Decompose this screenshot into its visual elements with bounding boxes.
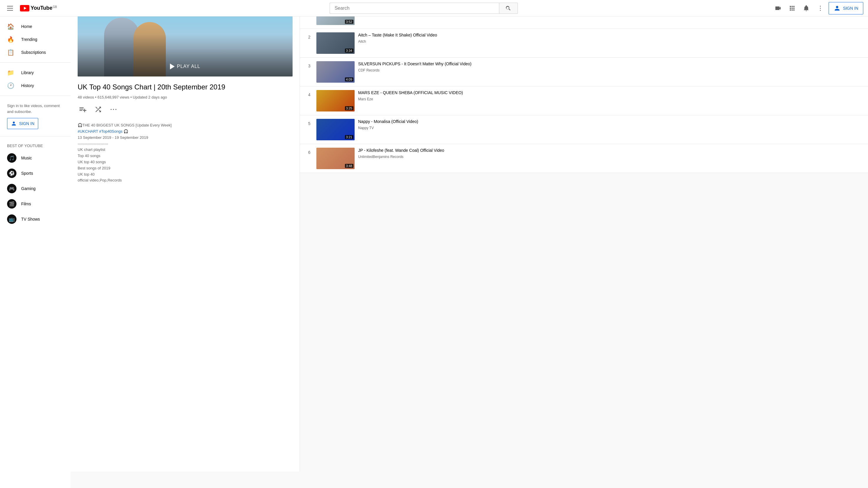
header-right: SIGN IN — [772, 2, 863, 14]
nav-divider-3 — [0, 136, 70, 136]
sidebar-item-library[interactable]: 📁 Library — [0, 66, 70, 79]
header-left: YouTubeGB — [5, 3, 75, 13]
video-title: SILVERSUN PICKUPS - It Doesn't Matter Wh… — [358, 61, 862, 67]
more-options-playlist-button[interactable] — [108, 104, 119, 117]
shuffle-button[interactable] — [93, 104, 103, 117]
svg-point-2 — [820, 6, 821, 6]
desc-item: UK chart playlist — [78, 147, 292, 153]
sidebar-item-sports[interactable]: ⚽ Sports — [0, 165, 70, 181]
sidebar-item-films[interactable]: 🎬 Films — [0, 196, 70, 212]
video-number: 6 — [306, 148, 313, 155]
playlist-description: 🎧THE 40 BIGGEST UK SONGS [Update Every W… — [78, 122, 292, 184]
svg-point-7 — [115, 109, 117, 110]
sidebar-item-history[interactable]: 🕐 History — [0, 79, 70, 92]
video-list-panel: 1 3:52 Ed Sheeran - Take Me Back To Lond… — [300, 0, 868, 471]
video-title: Nappy - Monalisa (Official Video) — [358, 119, 862, 125]
desc-hashtags: #UKCHART #Top40Songs 🎧 — [78, 128, 292, 135]
sidebar-item-gaming[interactable]: 🎮 Gaming — [0, 181, 70, 196]
apps-button[interactable] — [786, 2, 798, 14]
search-form — [330, 3, 518, 14]
search-icon — [505, 5, 512, 11]
video-info: MARS EZE - QUEEN SHEBA (OFFICIAL MUSIC V… — [358, 90, 862, 101]
header: YouTubeGB — [0, 0, 868, 17]
search-input[interactable] — [330, 3, 499, 14]
sidebar-item-subscriptions[interactable]: 📋 Subscriptions — [0, 46, 70, 59]
video-list: 1 3:52 Ed Sheeran - Take Me Back To Lond… — [300, 0, 868, 173]
category-label: Music — [21, 156, 32, 160]
playlist-title: UK Top 40 Songs Chart | 20th September 2… — [78, 82, 292, 91]
films-category-icon: 🎬 — [7, 199, 17, 209]
sign-in-button[interactable]: SIGN IN — [829, 2, 863, 14]
video-list-item[interactable]: 3 4:09 SILVERSUN PICKUPS - It Doesn't Ma… — [300, 58, 868, 87]
video-duration: 3:52 — [345, 20, 353, 24]
playlist-meta: 48 videos • 615,648,997 views • Updated … — [78, 95, 292, 99]
sidebar-sign-in-button[interactable]: SIGN IN — [7, 118, 38, 129]
play-all-label: PLAY ALL — [177, 64, 200, 69]
video-info: Aitch – Taste (Make It Shake) Official V… — [358, 32, 862, 43]
playlist-panel: PLAY ALL UK Top 40 Songs Chart | 20th Se… — [70, 0, 300, 471]
video-duration: 4:09 — [345, 78, 353, 82]
video-info: Nappy - Monalisa (Official Video) Nappy … — [358, 119, 862, 130]
svg-point-4 — [820, 10, 821, 10]
add-to-queue-button[interactable] — [78, 104, 88, 117]
video-duration: 3:34 — [345, 49, 353, 53]
video-number: 3 — [306, 61, 313, 68]
desc-item: Top 40 songs — [78, 153, 292, 159]
playlist-hero[interactable]: PLAY ALL — [78, 6, 292, 77]
nav-divider — [0, 62, 70, 63]
sidebar-item-tv-shows[interactable]: 📺 TV Shows — [0, 212, 70, 227]
main-content: PLAY ALL UK Top 40 Songs Chart | 20th Se… — [70, 0, 868, 471]
video-number: 5 — [306, 119, 313, 126]
video-thumbnail: 3:48 — [316, 148, 354, 169]
sign-in-avatar-icon — [834, 5, 841, 12]
video-list-item[interactable]: 2 3:34 Aitch – Taste (Make It Shake) Off… — [300, 29, 868, 58]
video-thumbnail: 3:34 — [316, 32, 354, 54]
video-list-item[interactable]: 6 3:48 JP - Kilofeshe (feat. Wande Coal)… — [300, 144, 868, 173]
notifications-icon — [803, 5, 810, 12]
sign-in-label: SIGN IN — [843, 6, 858, 10]
playlist-actions — [78, 104, 292, 117]
add-to-queue-icon — [79, 105, 87, 114]
gaming-category-icon: 🎮 — [7, 184, 17, 193]
video-duration: 3:25 — [345, 106, 353, 110]
video-thumbnail: 3:25 — [316, 90, 354, 112]
sidebar-sign-in-icon — [11, 121, 17, 126]
best-of-title: BEST OF YOUTUBE — [0, 140, 70, 150]
library-icon: 📁 — [7, 69, 14, 76]
logo-text: YouTube — [31, 5, 52, 11]
video-list-item[interactable]: 5 3:21 Nappy - Monalisa (Official Video)… — [300, 115, 868, 144]
notifications-button[interactable] — [800, 2, 812, 14]
desc-item: UK top 40 songs — [78, 159, 292, 165]
video-info: SILVERSUN PICKUPS - It Doesn't Matter Wh… — [358, 61, 862, 72]
category-label: Films — [21, 202, 31, 206]
video-number: 2 — [306, 32, 313, 39]
video-channel: CDF Records — [358, 68, 862, 72]
video-thumbnail: 3:21 — [316, 119, 354, 140]
nav-divider-2 — [0, 96, 70, 96]
sign-in-prompt-text: Sign in to like videos, comment and subs… — [7, 103, 60, 114]
category-label: Gaming — [21, 186, 36, 191]
home-icon: 🏠 — [7, 23, 14, 30]
sports-category-icon: ⚽ — [7, 169, 17, 178]
svg-point-3 — [820, 8, 821, 8]
hamburger-button[interactable] — [5, 3, 15, 13]
apps-icon — [788, 5, 796, 12]
svg-point-6 — [113, 109, 114, 110]
create-video-icon — [775, 5, 781, 12]
sidebar-item-music[interactable]: 🎵 Music — [0, 150, 70, 165]
play-all-button[interactable]: PLAY ALL — [163, 57, 207, 77]
video-channel: UnlimitedBenjamins Records — [358, 155, 862, 159]
play-triangle-icon — [170, 64, 175, 69]
logo-country: GB — [53, 5, 57, 8]
more-options-icon — [817, 5, 824, 12]
create-video-button[interactable] — [772, 2, 784, 14]
logo-wordmark: YouTubeGB — [31, 5, 57, 11]
more-options-button[interactable] — [814, 2, 826, 14]
video-list-item[interactable]: 4 3:25 MARS EZE - QUEEN SHEBA (OFFICIAL … — [300, 87, 868, 115]
desc-line1: 🎧THE 40 BIGGEST UK SONGS [Update Every W… — [78, 122, 292, 128]
header-center — [75, 3, 772, 14]
search-button[interactable] — [499, 3, 518, 14]
sidebar-item-trending[interactable]: 🔥 Trending — [0, 33, 70, 46]
youtube-logo[interactable]: YouTubeGB — [20, 5, 57, 11]
sidebar-item-home[interactable]: 🏠 Home — [0, 20, 70, 33]
